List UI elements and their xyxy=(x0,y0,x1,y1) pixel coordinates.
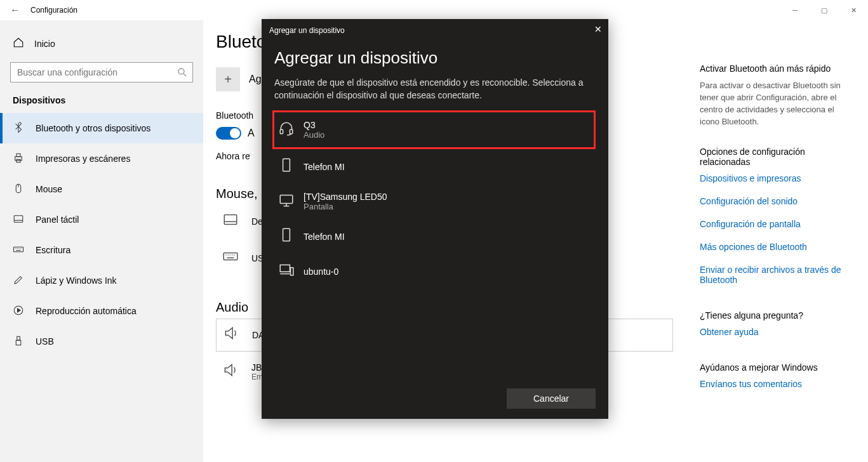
svg-rect-11 xyxy=(224,253,237,260)
sidebar-item-keyboard[interactable]: Escritura xyxy=(0,235,203,265)
device-name: Q3 xyxy=(304,120,324,130)
question-title: ¿Tienes alguna pregunta? xyxy=(700,310,855,320)
device-name: Telefon MI xyxy=(304,232,345,242)
improve-title: Ayúdanos a mejorar Windows xyxy=(700,362,855,373)
search-box[interactable] xyxy=(10,62,193,82)
sidebar-item-mouse[interactable]: Mouse xyxy=(0,174,203,204)
monitor-icon xyxy=(278,192,293,211)
dialog-close-button[interactable]: ✕ xyxy=(594,24,602,34)
toggle-state-label: A xyxy=(248,128,255,139)
related-link[interactable]: Más opciones de Bluetooth xyxy=(700,242,855,252)
svg-rect-17 xyxy=(280,265,290,272)
sidebar-item-printer[interactable]: Impresoras y escáneres xyxy=(0,143,203,174)
device-name: Telefon MI xyxy=(304,162,345,172)
minimize-button[interactable]: ─ xyxy=(780,0,810,20)
titlebar: ← Configuración xyxy=(0,0,868,20)
sidebar-item-label: Mouse xyxy=(36,184,62,194)
tip-body: Para activar o desactivar Bluetooth sin … xyxy=(700,80,855,128)
sidebar-item-label: Escritura xyxy=(36,245,70,255)
related-link[interactable]: Configuración de pantalla xyxy=(700,219,855,229)
add-device-label: Ag xyxy=(249,74,262,85)
search-icon xyxy=(177,67,188,80)
sidebar-item-label: Lápiz y Windows Ink xyxy=(36,275,117,286)
sidebar-group-label: Dispositivos xyxy=(0,95,203,113)
sidebar-item-label: Bluetooth y otros dispositivos xyxy=(36,123,150,133)
sidebar-item-touchpad[interactable]: Panel táctil xyxy=(0,204,203,235)
dialog-titlebar-text: Agregar un dispositivo xyxy=(269,26,345,35)
sidebar-item-pen[interactable]: Lápiz y Windows Ink xyxy=(0,265,203,296)
keyboard-icon xyxy=(221,248,240,268)
svg-rect-8 xyxy=(17,336,20,340)
bluetooth-icon xyxy=(13,122,24,135)
svg-rect-18 xyxy=(291,268,293,275)
home-label: Inicio xyxy=(34,39,55,49)
svg-rect-2 xyxy=(17,154,20,157)
close-button[interactable]: ✕ xyxy=(839,0,868,20)
home-link[interactable]: Inicio xyxy=(0,33,203,62)
sidebar-item-label: Impresoras y escáneres xyxy=(36,154,130,164)
svg-rect-15 xyxy=(280,195,293,204)
sidebar-item-bluetooth[interactable]: Bluetooth y otros dispositivos xyxy=(0,113,203,143)
sidebar-item-label: Panel táctil xyxy=(36,214,79,225)
svg-rect-14 xyxy=(283,159,290,171)
related-link[interactable]: Enviar o recibir archivos a través de Bl… xyxy=(700,265,855,285)
device-name: ubuntu-0 xyxy=(304,267,338,277)
pen-icon xyxy=(13,274,24,287)
autoplay-icon xyxy=(13,305,24,318)
right-rail: Activar Bluetooth aún más rápido Para ac… xyxy=(700,63,855,402)
window-controls: ─ ▢ ✕ xyxy=(780,0,868,20)
dialog-subtitle: Asegúrate de que el dispositivo está enc… xyxy=(274,77,596,102)
discovered-device[interactable]: [TV]Samsung LED50Pantalla xyxy=(274,184,596,219)
help-link[interactable]: Obtener ayuda xyxy=(700,327,855,337)
sidebar-item-usb[interactable]: USB xyxy=(0,326,203,357)
headset-icon xyxy=(278,120,293,140)
related-link[interactable]: Configuración del sonido xyxy=(700,196,855,206)
svg-rect-13 xyxy=(290,129,292,134)
svg-rect-9 xyxy=(16,340,21,345)
phone-icon xyxy=(278,157,293,176)
computer-icon xyxy=(278,261,293,281)
sidebar-item-autoplay[interactable]: Reproducción automática xyxy=(0,296,203,326)
svg-rect-6 xyxy=(14,247,23,252)
related-title: Opciones de configuración relacionadas xyxy=(700,147,855,167)
feedback-link[interactable]: Envíanos tus comentarios xyxy=(700,379,855,389)
tip-title: Activar Bluetooth aún más rápido xyxy=(700,63,855,74)
add-device-dialog: Agregar un dispositivo ✕ Agregar un disp… xyxy=(262,19,608,419)
svg-rect-1 xyxy=(15,156,22,160)
device-type: Audio xyxy=(304,130,324,140)
svg-rect-3 xyxy=(17,159,20,162)
discovered-device[interactable]: Telefon MI xyxy=(274,149,596,184)
phone-icon xyxy=(278,227,293,246)
plus-icon: + xyxy=(216,67,240,91)
svg-rect-5 xyxy=(14,215,23,222)
sidebar: Inicio Dispositivos Bluetooth y otros di… xyxy=(0,20,203,462)
sidebar-item-label: Reproducción automática xyxy=(36,306,137,316)
maximize-button[interactable]: ▢ xyxy=(810,0,839,20)
device-name: [TV]Samsung LED50 xyxy=(304,192,387,202)
discovered-device[interactable]: Telefon MI xyxy=(274,219,596,254)
back-button[interactable]: ← xyxy=(0,4,30,16)
touchpad-icon xyxy=(13,213,24,227)
speaker-icon xyxy=(222,325,241,345)
device-type: Pantalla xyxy=(304,202,387,211)
cancel-button[interactable]: Cancelar xyxy=(507,388,596,409)
discovered-device[interactable]: ubuntu-0 xyxy=(274,254,596,289)
svg-rect-12 xyxy=(280,129,283,134)
svg-point-0 xyxy=(178,69,184,74)
window-title: Configuración xyxy=(30,6,77,15)
mouse-icon xyxy=(13,183,24,196)
home-icon xyxy=(13,37,24,51)
printer-icon xyxy=(13,152,24,166)
search-input[interactable] xyxy=(10,62,193,82)
bluetooth-toggle[interactable] xyxy=(216,127,241,140)
touchpad-icon xyxy=(221,211,240,232)
dialog-titlebar: Agregar un dispositivo ✕ xyxy=(262,19,608,42)
svg-rect-10 xyxy=(224,214,237,224)
usb-icon xyxy=(13,335,24,348)
discovered-device[interactable]: Q3Audio xyxy=(272,110,596,149)
related-link[interactable]: Dispositivos e impresoras xyxy=(700,173,855,183)
svg-rect-16 xyxy=(283,228,290,241)
speaker-icon xyxy=(221,362,240,382)
dialog-heading: Agregar un dispositivo xyxy=(274,48,596,68)
keyboard-icon xyxy=(13,244,24,257)
